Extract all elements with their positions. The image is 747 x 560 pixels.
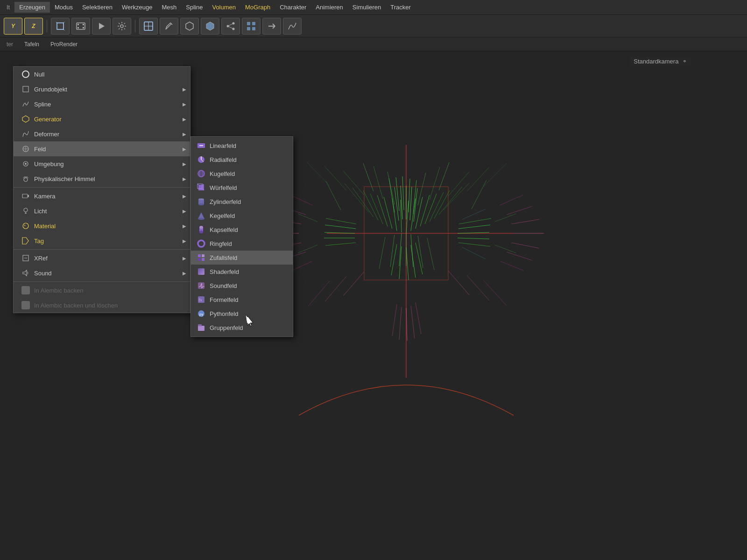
svg-marker-15 <box>186 22 193 30</box>
svg-rect-168 <box>198 254 201 257</box>
menu-spline[interactable]: Spline <box>181 2 207 13</box>
tool-play[interactable] <box>92 18 111 35</box>
kegelfeld-icon <box>197 211 206 220</box>
menu-modus[interactable]: Modus <box>50 2 78 13</box>
menu-selektieren[interactable]: Selektieren <box>78 2 117 13</box>
svg-rect-178 <box>198 326 204 331</box>
sub-item-shaderfeld[interactable]: Shaderfeld <box>191 265 293 279</box>
svg-rect-128 <box>23 86 28 92</box>
sub-item-linearfeld[interactable]: Linearfeld <box>191 139 293 153</box>
menu-item-sound[interactable]: Sound <box>14 266 190 280</box>
svg-point-161 <box>198 203 204 205</box>
tool-z[interactable]: Z <box>24 18 43 35</box>
toolbar2-ter[interactable]: ter <box>4 40 16 49</box>
tool-pen[interactable] <box>160 18 178 35</box>
menu-mesh[interactable]: Mesh <box>157 2 181 13</box>
tool-viewport[interactable] <box>139 18 158 35</box>
menu-volumen[interactable]: Volumen <box>207 2 240 13</box>
kapselfeld-label: Kapselfeld <box>210 226 238 233</box>
svg-rect-25 <box>252 27 255 30</box>
tool-y[interactable]: Y <box>4 18 22 35</box>
tool-spline-tool[interactable] <box>283 18 302 35</box>
sub-item-radialfeld[interactable]: Radialfeld <box>191 153 293 167</box>
radialfeld-label: Radialfeld <box>210 156 237 163</box>
sub-item-gruppenfeld[interactable]: Gruppenfeld <box>191 321 293 335</box>
menu-mograph[interactable]: MoGraph <box>240 2 275 13</box>
sub-item-zylinderfeld[interactable]: Zylinderfeld <box>191 195 293 209</box>
toolbar2-tafeln[interactable]: Tafeln <box>21 40 42 49</box>
linearfeld-label: Linearfeld <box>210 142 236 149</box>
menu-item-deformer[interactable]: Deformer <box>14 126 190 141</box>
sub-item-soundfeld[interactable]: Soundfeld <box>191 279 293 293</box>
toolbar2-prorender[interactable]: ProRender <box>48 40 80 49</box>
sub-item-formelfeld[interactable]: fx Formelfeld <box>191 293 293 307</box>
sub-item-pythonfeld[interactable]: py Pythonfeld <box>191 307 293 321</box>
menu-charakter[interactable]: Charakter <box>275 2 311 13</box>
sub-item-ringfeld[interactable]: Ringfeld <box>191 237 293 251</box>
tool-hex-filled[interactable] <box>201 18 219 35</box>
deformer-label: Deformer <box>34 131 59 138</box>
menu-item-generator[interactable]: Generator <box>14 112 190 126</box>
menu-item-grundobjekt[interactable]: Grundobjekt <box>14 82 190 97</box>
menu-item-umgebung[interactable]: Umgebung <box>14 156 190 171</box>
menu-item-licht[interactable]: Licht <box>14 203 190 218</box>
menu-item-kamera[interactable]: Kamera <box>14 189 190 203</box>
gruppenfeld-label: Gruppenfeld <box>210 324 243 331</box>
menu-item-alembic-backen-loeschen[interactable]: In Alembic backen und löschen <box>14 298 190 313</box>
menu-item-material[interactable]: Material <box>14 218 190 233</box>
svg-text:fx: fx <box>199 298 203 302</box>
menu-item-xref[interactable]: XRef <box>14 251 190 266</box>
feld-label: Feld <box>34 146 46 153</box>
main-area: Standardkamera ⚬ Null Grundobjekt Spline <box>0 51 747 560</box>
tool-film[interactable] <box>71 18 90 35</box>
sub-item-kegelfeld[interactable]: Kegelfeld <box>191 209 293 223</box>
menu-werkzeuge[interactable]: Werkzeuge <box>117 2 157 13</box>
generator-icon <box>21 114 30 124</box>
svg-point-18 <box>233 22 235 24</box>
spline-icon <box>21 99 30 109</box>
menu-item-phys-himmel[interactable]: Physikalischer Himmel <box>14 171 190 186</box>
xref-icon <box>21 253 30 263</box>
sub-item-kugelfeld[interactable]: Kugelfeld <box>191 167 293 181</box>
svg-line-1 <box>56 22 57 23</box>
menu-animieren[interactable]: Animieren <box>311 2 348 13</box>
svg-point-160 <box>198 198 204 200</box>
svg-rect-173 <box>198 282 204 289</box>
xref-label: XRef <box>34 255 48 262</box>
menu-item-spline[interactable]: Spline <box>14 97 190 112</box>
tool-cube[interactable] <box>51 18 70 35</box>
kegelfeld-label: Kegelfeld <box>210 212 235 219</box>
sub-item-wuerfelfeld[interactable]: Würfelfeld <box>191 181 293 195</box>
sub-item-kapselfeld[interactable]: Kapselfeld <box>191 223 293 237</box>
menu-simulieren[interactable]: Simulieren <box>348 2 386 13</box>
phys-himmel-label: Physikalischer Himmel <box>34 175 95 182</box>
svg-point-135 <box>24 178 28 182</box>
camera-label: Standardkamera ⚬ <box>630 57 691 66</box>
menu-it[interactable]: It <box>2 2 14 13</box>
menu-item-alembic-backen[interactable]: In Alembic backen <box>14 283 190 298</box>
menu-item-feld[interactable]: Feld <box>14 141 190 156</box>
svg-rect-138 <box>22 194 28 198</box>
sub-item-zufallsfeld[interactable]: Zufallsfeld <box>191 251 293 265</box>
menu-item-tag[interactable]: Tag <box>14 233 190 248</box>
wuerfelfeld-icon <box>197 183 206 192</box>
tool-hex[interactable] <box>180 18 199 35</box>
svg-rect-169 <box>202 254 204 257</box>
sound-icon <box>21 268 30 278</box>
tool-grid[interactable] <box>242 18 261 35</box>
tool-arrow[interactable] <box>262 18 281 35</box>
ringfeld-label: Ringfeld <box>210 240 232 247</box>
deformer-icon <box>21 129 30 139</box>
phys-himmel-icon <box>21 174 30 183</box>
svg-point-153 <box>198 170 204 177</box>
menu-tracker[interactable]: Tracker <box>386 2 416 13</box>
tool-nodes[interactable] <box>221 18 240 35</box>
pythonfeld-label: Pythonfeld <box>210 310 238 317</box>
svg-rect-170 <box>198 258 201 261</box>
menu-item-null[interactable]: Null <box>14 67 190 82</box>
formelfeld-icon: fx <box>197 295 206 304</box>
tool-settings[interactable] <box>113 18 131 35</box>
svg-point-10 <box>120 25 123 28</box>
menu-erzeugen[interactable]: Erzeugen <box>14 2 50 13</box>
radialfeld-icon <box>197 155 206 164</box>
